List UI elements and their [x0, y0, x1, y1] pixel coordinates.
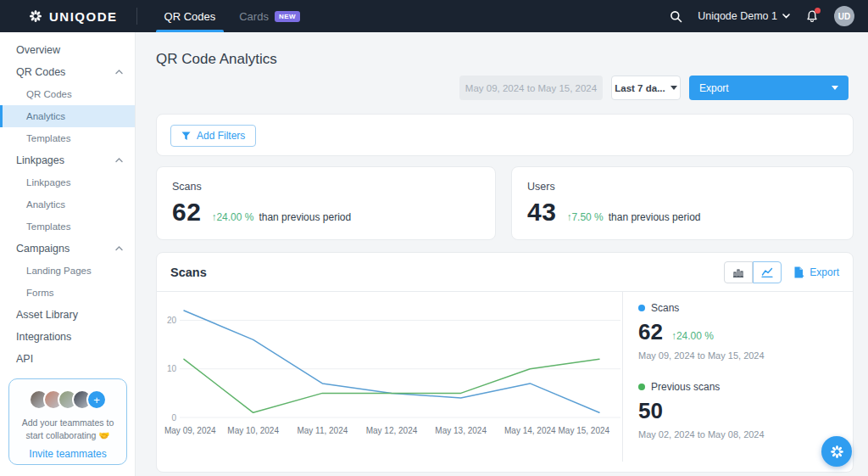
sidebar-item-templates[interactable]: Templates — [0, 127, 135, 149]
bar-chart-toggle-button[interactable] — [724, 261, 753, 283]
scans-stat-delta: ↑24.00 % — [211, 211, 253, 223]
top-navbar: UNIQODE QR Codes Cards NEW Uniqode Demo … — [0, 0, 868, 32]
invite-text-line1: Add your teammates to — [22, 417, 114, 428]
tab-qr-codes[interactable]: QR Codes — [153, 0, 228, 32]
sidebar-item-integrations[interactable]: Integrations — [0, 326, 135, 348]
chart-region: 01020 May 09, 2024May 10, 2024May 11, 20… — [157, 292, 622, 472]
sidebar-item-label: Analytics — [26, 199, 65, 210]
line-chart-toggle-button[interactable] — [753, 261, 782, 283]
search-icon[interactable] — [670, 10, 682, 23]
sidebar-item-api[interactable]: API — [0, 348, 135, 370]
sidebar-item-linkpages[interactable]: Linkpages — [0, 171, 135, 193]
chart-export-label: Export — [810, 266, 839, 278]
sidebar-item-qr-codes[interactable]: QR Codes — [0, 61, 135, 83]
sidebar-item-label: Overview — [16, 44, 60, 56]
invite-teammates-card: + Add your teammates to start collaborat… — [8, 378, 127, 465]
sidebar-item-analytics[interactable]: Analytics — [0, 105, 135, 127]
scans-series-dot — [638, 305, 645, 311]
sidebar-item-landing-pages[interactable]: Landing Pages — [0, 260, 135, 282]
svg-text:0: 0 — [171, 413, 176, 423]
export-file-icon — [793, 266, 804, 278]
sidebar-item-label: Templates — [26, 133, 70, 143]
legend-previous-label: Previous scans — [651, 381, 720, 393]
chevron-down-icon — [782, 14, 790, 19]
legend-current-delta: ↑24.00 % — [671, 330, 714, 342]
sidebar-item-qr-codes[interactable]: QR Codes — [0, 83, 135, 105]
chevron-up-icon — [115, 70, 123, 75]
sidebar-item-label: QR Codes — [16, 66, 65, 78]
sidebar-item-label: Landing Pages — [26, 266, 92, 276]
legend-previous-value: 50 — [638, 398, 663, 424]
filter-icon — [181, 132, 191, 141]
svg-text:10: 10 — [167, 364, 177, 373]
sidebar-item-forms[interactable]: Forms — [0, 282, 135, 304]
sidebar-item-label: Forms — [26, 288, 54, 298]
date-preset-value: Last 7 da... — [615, 83, 665, 93]
sidebar-item-analytics[interactable]: Analytics — [0, 193, 135, 216]
sidebar-item-overview[interactable]: Overview — [0, 39, 135, 61]
sidebar-item-asset-library[interactable]: Asset Library — [0, 304, 135, 326]
legend-current-period: May 09, 2024 to May 15, 2024 — [638, 350, 765, 361]
add-filters-button[interactable]: Add Filters — [170, 125, 256, 147]
sidebar-item-label: Analytics — [26, 111, 65, 121]
main-content: QR Code Analytics May 09, 2024 to May 15… — [136, 32, 868, 476]
scans-panel-header: Scans — [157, 253, 853, 292]
scans-panel-title: Scans — [170, 266, 207, 279]
users-stat-suffix: than previous period — [609, 211, 701, 223]
bar-chart-icon — [732, 267, 744, 277]
scans-stat-card: Scans 62 ↑24.00 % than previous period — [156, 166, 496, 240]
scans-chart-panel: Scans — [156, 252, 854, 473]
tab-qr-codes-label: QR Codes — [164, 10, 216, 23]
brand-logo[interactable]: UNIQODE — [29, 9, 118, 24]
chevron-down-icon — [832, 86, 838, 90]
sidebar-nav: OverviewQR CodesQR CodesAnalyticsTemplat… — [0, 32, 135, 370]
sidebar-item-label: Linkpages — [26, 177, 70, 188]
date-preset-select[interactable]: Last 7 da... — [611, 76, 681, 100]
chevron-up-icon — [115, 246, 123, 251]
chart-export-button[interactable]: Export — [793, 266, 839, 278]
date-range-field[interactable]: May 09, 2024 to May 15, 2024 — [459, 76, 603, 100]
sidebar-item-label: API — [16, 353, 33, 365]
chart-legend-divider — [622, 292, 623, 462]
uniqode-flower-icon — [29, 9, 42, 23]
invite-teammates-link[interactable]: Invite teammates — [9, 448, 126, 460]
users-stat-value: 43 — [527, 198, 556, 227]
legend-current-label: Scans — [651, 302, 679, 314]
tab-cards[interactable]: Cards NEW — [227, 0, 312, 32]
export-button-label: Export — [699, 82, 729, 94]
x-axis-label: May 14, 2024 — [504, 426, 556, 435]
filters-bar: Add Filters — [156, 114, 854, 156]
line-chart-icon — [761, 267, 773, 277]
legend-previous-period: May 02, 2024 to May 08, 2024 — [638, 429, 765, 440]
scans-stat-value: 62 — [172, 198, 201, 227]
account-menu[interactable]: Uniqode Demo 1 — [698, 10, 790, 22]
topbar-divider — [136, 8, 137, 25]
uniqode-assistant-fab[interactable] — [821, 436, 852, 467]
sidebar-item-linkpages[interactable]: Linkpages — [0, 149, 135, 171]
brand-name: UNIQODE — [49, 9, 118, 24]
notifications-button[interactable] — [805, 9, 819, 24]
user-avatar[interactable]: UD — [834, 6, 854, 26]
users-stat-card: Users 43 ↑7.50 % than previous period — [511, 166, 854, 240]
legend-current-value: 62 — [638, 319, 663, 345]
sidebar-item-label: Linkpages — [16, 154, 64, 166]
page-title: QR Code Analytics — [156, 51, 277, 68]
users-stat-label: Users — [527, 181, 837, 193]
sidebar-item-campaigns[interactable]: Campaigns — [0, 238, 135, 260]
x-axis-label: May 10, 2024 — [227, 426, 279, 435]
teammate-avatar-stack: + — [9, 389, 126, 410]
x-axis-label: May 11, 2024 — [297, 426, 348, 435]
account-name: Uniqode Demo 1 — [698, 10, 777, 22]
legend-previous-scans: Previous scans 50 May 02, 2024 to May 08… — [638, 381, 765, 440]
sidebar-item-templates[interactable]: Templates — [0, 216, 135, 238]
scans-stat-label: Scans — [172, 181, 480, 193]
previous-scans-series-dot — [638, 384, 645, 390]
export-button[interactable]: Export — [689, 76, 849, 100]
add-teammate-button[interactable]: + — [86, 389, 107, 410]
uniqode-flower-icon — [830, 445, 844, 459]
new-badge: NEW — [275, 11, 300, 22]
x-axis-labels: May 09, 2024May 10, 2024May 11, 2024May … — [162, 426, 620, 438]
chevron-down-icon — [670, 86, 677, 90]
chart-type-toggle — [724, 261, 782, 283]
invite-text-line2: start collaborating 🤝 — [26, 430, 110, 440]
